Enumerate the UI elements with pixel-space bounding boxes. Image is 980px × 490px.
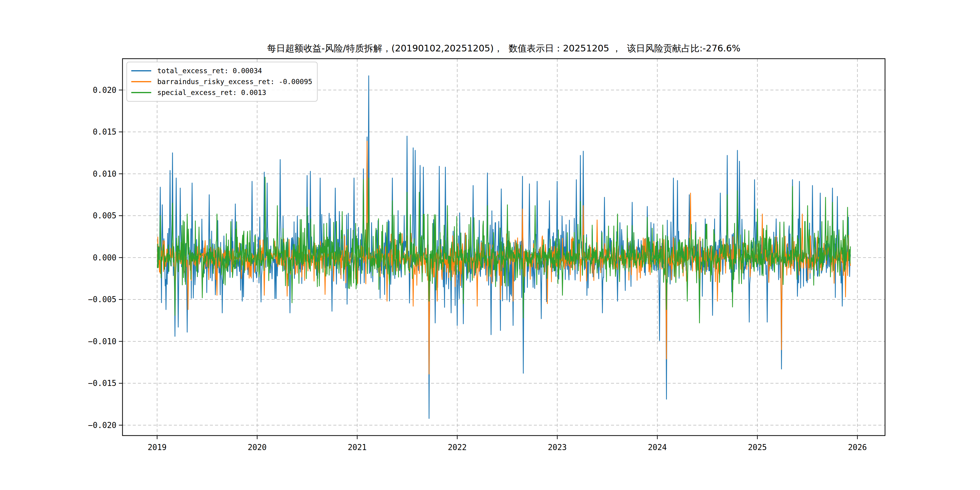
- y-tick-label: 0.010: [93, 169, 116, 178]
- legend-entry-special_excess_ret: special_excess_ret: 0.0013: [131, 87, 312, 98]
- x-tick-label: 2019: [148, 443, 167, 452]
- x-tick-label: 2023: [548, 443, 567, 452]
- y-tick-label: 0.000: [93, 253, 116, 262]
- x-tick-label: 2026: [848, 443, 867, 452]
- y-tick-label: 0.015: [93, 127, 116, 137]
- legend-label: special_excess_ret: 0.0013: [157, 89, 266, 97]
- figure: 每日超额收益-风险/特质拆解，(20190102,20251205)， 数值表示…: [0, 0, 980, 490]
- legend-label: barraindus_risky_excess_ret: -0.00095: [157, 78, 312, 86]
- legend-entry-total_excess_ret: total_excess_ret: 0.00034: [131, 65, 312, 76]
- legend-line-sample: [131, 70, 151, 72]
- y-tick-label: 0.020: [93, 86, 116, 95]
- y-tick-label: −0.005: [88, 295, 116, 304]
- x-tick-label: 2020: [248, 443, 267, 452]
- legend-line-sample: [131, 81, 151, 82]
- legend-label: total_excess_ret: 0.00034: [157, 67, 262, 75]
- legend: total_excess_ret: 0.00034barraindus_risk…: [126, 62, 318, 102]
- legend-entry-barraindus_risky_excess_ret: barraindus_risky_excess_ret: -0.00095: [131, 76, 312, 87]
- x-tick-label: 2024: [648, 443, 667, 452]
- y-tick-label: −0.020: [88, 421, 116, 430]
- y-tick-label: −0.015: [88, 379, 116, 388]
- y-tick-label: 0.005: [93, 211, 116, 220]
- y-tick-label: −0.010: [88, 337, 116, 346]
- x-tick-label: 2022: [448, 443, 467, 452]
- x-tick-label: 2025: [748, 443, 767, 452]
- legend-line-sample: [131, 92, 151, 93]
- x-tick-label: 2021: [348, 443, 367, 452]
